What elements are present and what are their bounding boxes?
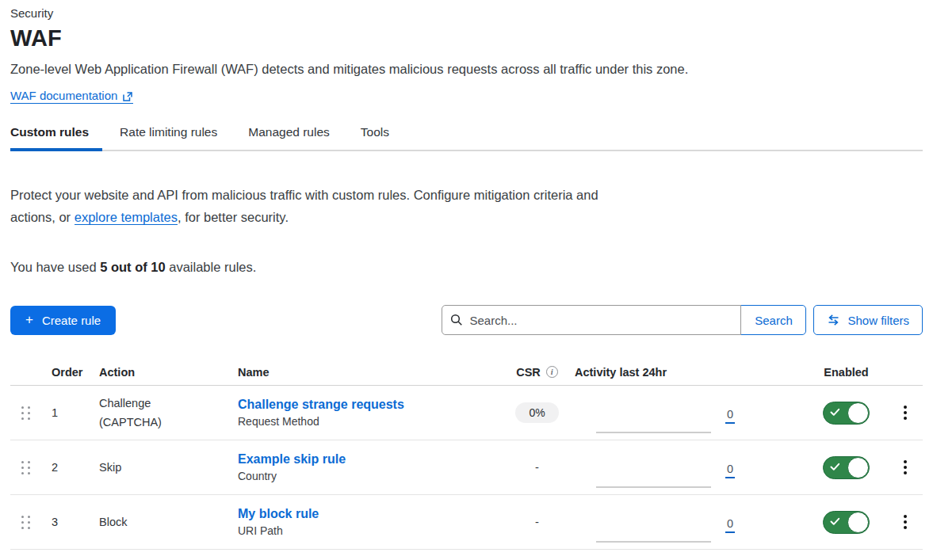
rule-field: URI Path — [238, 524, 499, 537]
create-rule-label: Create rule — [42, 314, 101, 327]
enabled-toggle[interactable] — [823, 402, 870, 425]
rule-order: 1 — [42, 406, 91, 419]
search-icon — [450, 314, 463, 326]
explore-templates-link[interactable]: explore templates — [75, 210, 178, 225]
rules-table: Order Action Name CSR i Activity last 24… — [10, 359, 923, 550]
waf-documentation-link[interactable]: WAF documentation — [10, 89, 133, 104]
intro-text: Protect your website and API from malici… — [10, 184, 601, 228]
swap-arrows-icon — [827, 314, 840, 326]
kebab-menu-icon[interactable] — [897, 457, 913, 478]
col-header-csr: CSR i — [516, 366, 558, 379]
external-link-icon — [122, 91, 133, 102]
toggle-knob — [847, 402, 869, 424]
intro-after: , for better security. — [178, 210, 289, 224]
search-filter-group: Search Show filters — [442, 305, 923, 335]
activity-sparkline — [596, 461, 711, 488]
toggle-knob — [847, 512, 869, 533]
info-icon[interactable]: i — [546, 366, 558, 378]
activity-sparkline — [596, 516, 711, 543]
csr-badge: 0% — [515, 402, 558, 423]
search-input[interactable] — [442, 305, 741, 335]
csr-label: CSR — [516, 366, 541, 379]
kebab-menu-icon[interactable] — [897, 402, 913, 423]
toggle-knob — [847, 457, 869, 478]
tab-tools[interactable]: Tools — [361, 125, 403, 150]
show-filters-button[interactable]: Show filters — [813, 305, 923, 335]
breadcrumb: Security — [10, 6, 923, 20]
usage-summary: You have used 5 out of 10 available rule… — [10, 260, 923, 275]
rule-order: 2 — [42, 461, 91, 474]
rule-field: Country — [238, 470, 499, 482]
table-row: 3 Block My block rule URI Path - 0 — [10, 495, 923, 550]
table-header-row: Order Action Name CSR i Activity last 24… — [10, 359, 923, 386]
enabled-toggle[interactable] — [823, 456, 870, 479]
check-icon — [830, 408, 840, 417]
col-header-action: Action — [91, 366, 230, 379]
drag-handle-icon[interactable] — [21, 406, 31, 420]
search-button[interactable]: Search — [740, 305, 806, 335]
table-row: 1 Challenge (CAPTCHA) Challenge strange … — [10, 386, 923, 440]
csr-value: - — [535, 516, 539, 528]
page-title: WAF — [10, 25, 923, 51]
col-header-activity: Activity last 24hr — [575, 366, 805, 379]
tab-custom-rules[interactable]: Custom rules — [10, 125, 102, 150]
rule-action: Challenge (CAPTCHA) — [91, 394, 230, 432]
col-header-enabled: Enabled — [824, 366, 868, 379]
activity-count-link[interactable]: 0 — [725, 408, 735, 424]
activity-sparkline — [596, 406, 711, 433]
check-icon — [830, 517, 840, 526]
rule-name-link[interactable]: Example skip rule — [238, 452, 346, 467]
tab-rate-limiting-rules[interactable]: Rate limiting rules — [120, 125, 231, 150]
col-header-name: Name — [230, 366, 499, 379]
rule-action: Block — [91, 512, 230, 531]
rule-name-link[interactable]: My block rule — [238, 507, 319, 521]
plus-icon: + — [25, 312, 33, 328]
rule-field: Request Method — [238, 415, 499, 428]
usage-count: 5 out of 10 — [100, 260, 166, 274]
activity-count-link[interactable]: 0 — [725, 463, 735, 478]
rule-action: Skip — [91, 458, 230, 477]
show-filters-label: Show filters — [847, 314, 909, 327]
table-row: 2 Skip Example skip rule Country - 0 — [10, 440, 923, 495]
drag-handle-icon[interactable] — [21, 516, 31, 529]
search-wrap — [442, 305, 741, 335]
csr-value: - — [535, 461, 539, 474]
tab-bar: Custom rules Rate limiting rules Managed… — [10, 125, 923, 151]
activity-count-link[interactable]: 0 — [725, 517, 735, 533]
create-rule-button[interactable]: + Create rule — [10, 306, 116, 335]
check-icon — [830, 463, 840, 471]
waf-documentation-label: WAF documentation — [10, 89, 117, 102]
col-header-order: Order — [42, 366, 91, 379]
kebab-menu-icon[interactable] — [897, 512, 913, 532]
usage-prefix: You have used — [10, 260, 100, 274]
rules-toolbar: + Create rule Search Show filters — [10, 305, 923, 335]
rule-order: 3 — [42, 516, 91, 528]
rule-name-link[interactable]: Challenge strange requests — [238, 398, 404, 412]
page-description: Zone-level Web Application Firewall (WAF… — [10, 62, 923, 77]
tab-managed-rules[interactable]: Managed rules — [248, 125, 343, 150]
drag-handle-icon[interactable] — [21, 461, 31, 474]
enabled-toggle[interactable] — [823, 511, 870, 534]
usage-suffix: available rules. — [166, 260, 257, 274]
